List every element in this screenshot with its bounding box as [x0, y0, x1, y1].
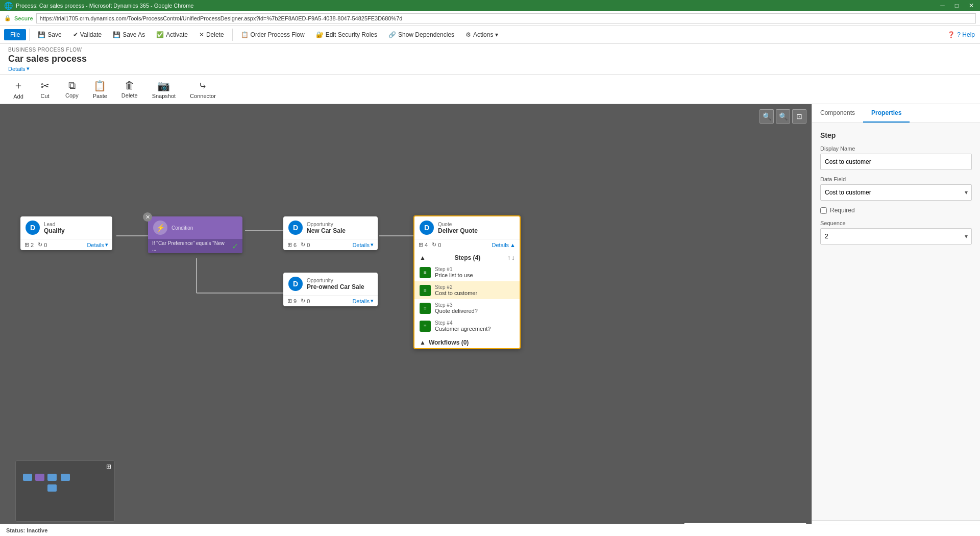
- step-2-item[interactable]: ≡ Step #2 Cost to customer: [414, 281, 520, 299]
- activate-button[interactable]: ✅ Activate: [151, 29, 193, 40]
- quote-node[interactable]: D Quote Deliver Quote ⊞ 4 ↻ 0 Details ▲: [413, 215, 521, 349]
- lead-details-button[interactable]: Details ▾: [87, 241, 108, 248]
- zoom-out-button[interactable]: 🔍: [760, 109, 774, 124]
- quote-type: Quote: [438, 222, 514, 227]
- step-1-item[interactable]: ≡ Step #1 Price list to use: [414, 263, 520, 281]
- snapshot-button[interactable]: 📷 Snapshot: [146, 78, 182, 101]
- step-3-icon: ≡: [420, 303, 431, 314]
- delete-icon: ✕: [199, 31, 204, 38]
- workflows-title: Workflows (0): [429, 339, 469, 346]
- show-dependencies-button[interactable]: 🔗 Show Dependencies: [383, 29, 459, 40]
- delete-button[interactable]: ✕ Delete: [194, 29, 229, 40]
- step-4-item[interactable]: ≡ Step #4 Customer agreement?: [414, 317, 520, 335]
- minimize-button[interactable]: ─: [938, 2, 947, 9]
- mini-quote: [61, 474, 70, 481]
- sequence-wrapper: 2 1 3 4: [820, 228, 972, 245]
- steps-up-arrow[interactable]: ↑: [507, 254, 510, 261]
- step-4-name: Customer agreement?: [435, 326, 491, 332]
- opp-new-type: Opportunity: [307, 222, 373, 227]
- mini-condition: [35, 474, 44, 481]
- delete-sec-icon: 🗑: [125, 80, 135, 91]
- right-panel: Components Properties Step Display Name …: [812, 104, 980, 536]
- cut-icon: ✂: [41, 80, 50, 92]
- add-button[interactable]: ＋ Add: [6, 77, 31, 102]
- step-3-item[interactable]: ≡ Step #3 Quote delivered?: [414, 299, 520, 317]
- save-as-button[interactable]: 💾 Save As: [108, 29, 150, 40]
- step-4-icon: ≡: [420, 321, 431, 332]
- required-label[interactable]: Required: [830, 207, 855, 214]
- details-link[interactable]: Details ▾: [8, 65, 972, 72]
- quote-steps-stat: ⊞ 4: [419, 241, 428, 248]
- fit-button[interactable]: ⊡: [792, 109, 806, 124]
- data-field-select[interactable]: Cost to customer: [820, 184, 972, 201]
- mini-map-expand-icon[interactable]: ⊞: [106, 463, 111, 470]
- secondary-toolbar: ＋ Add ✂ Cut ⧉ Copy 📋 Paste 🗑 Delete 📷 Sn…: [0, 75, 980, 104]
- close-button[interactable]: ✕: [967, 2, 976, 9]
- breadcrumb-area: BUSINESS PROCESS FLOW Car sales process …: [0, 44, 980, 75]
- edit-security-button[interactable]: 🔐 Edit Security Roles: [311, 29, 382, 40]
- cut-button[interactable]: ✂ Cut: [33, 78, 57, 101]
- address-bar: 🔒 Secure: [0, 11, 980, 26]
- details-down-icon: ▾: [105, 241, 108, 248]
- opp-pre-icon: D: [288, 277, 303, 291]
- flow-icon: ↻: [38, 241, 42, 248]
- panel-tabs: Components Properties: [812, 104, 980, 123]
- step-3-num: Step #3: [435, 302, 478, 308]
- help-button[interactable]: ❓ ? Help: [942, 29, 980, 40]
- security-icon: 🔐: [316, 31, 324, 38]
- paste-button[interactable]: 📋 Paste: [87, 78, 113, 101]
- paste-icon: 📋: [93, 80, 106, 92]
- status-bar: Status: Inactive: [0, 524, 980, 536]
- delete-sec-button[interactable]: 🗑 Delete: [115, 78, 144, 101]
- workflows-collapse-icon: ▲: [420, 339, 426, 346]
- connector-icon: ⤷: [199, 80, 207, 92]
- snapshot-icon: 📷: [157, 80, 170, 92]
- zoom-in-button[interactable]: 🔍: [776, 109, 790, 124]
- order-process-button[interactable]: 📋 Order Process Flow: [236, 29, 310, 40]
- mini-lead: [23, 474, 32, 481]
- sequence-label: Sequence: [820, 220, 972, 226]
- order-icon: 📋: [241, 31, 249, 38]
- mini-opp-pre: [47, 484, 57, 492]
- sequence-select[interactable]: 2 1 3 4: [820, 228, 972, 245]
- copy-button[interactable]: ⧉ Copy: [59, 78, 85, 101]
- connector-button[interactable]: ⤷ Connector: [184, 78, 222, 101]
- lead-steps-stat: ⊞ 2: [24, 241, 34, 248]
- file-button[interactable]: File: [4, 29, 26, 40]
- connector-lines: [0, 104, 812, 536]
- validate-button[interactable]: ✔ Validate: [68, 29, 107, 40]
- canvas-area[interactable]: 🔍 🔍 ⊡ D Lead Qualify: [0, 104, 812, 536]
- actions-button[interactable]: ⚙ Actions ▾: [460, 29, 503, 40]
- step-2-icon: ≡: [420, 285, 431, 296]
- quote-name: Deliver Quote: [438, 227, 514, 234]
- opportunity-new-node[interactable]: D Opportunity New Car Sale ⊞ 6 ↻ 0 Detai…: [283, 216, 378, 250]
- opp-pre-flows: ↻ 0: [301, 298, 310, 304]
- save-as-icon: 💾: [113, 31, 120, 38]
- required-checkbox[interactable]: [820, 207, 827, 214]
- opp-new-name: New Car Sale: [307, 227, 373, 234]
- maximize-button[interactable]: □: [953, 2, 961, 9]
- workflows-section: ▲ Workflows (0): [414, 337, 520, 348]
- save-button[interactable]: 💾 Save: [33, 29, 66, 40]
- tab-properties[interactable]: Properties: [863, 104, 910, 123]
- lead-node[interactable]: D Lead Qualify ⊞ 2 ↻ 0 Details ▾: [20, 216, 112, 250]
- actions-icon: ⚙: [465, 31, 471, 38]
- quote-details-button[interactable]: Details ▲: [492, 242, 516, 248]
- step-1-icon: ≡: [420, 267, 431, 278]
- data-field-label: Data Field: [820, 176, 972, 182]
- condition-close-button[interactable]: ✕: [143, 212, 152, 222]
- display-name-input[interactable]: [820, 154, 972, 170]
- opp-new-chevron: ▾: [371, 241, 374, 248]
- opp-new-details-button[interactable]: Details ▾: [352, 241, 374, 248]
- tab-components[interactable]: Components: [812, 104, 863, 123]
- add-icon: ＋: [13, 79, 23, 92]
- opportunity-preowned-node[interactable]: D Opportunity Pre-owned Car Sale ⊞ 9 ↻ 0…: [283, 273, 378, 306]
- step-4-num: Step #4: [435, 320, 491, 326]
- step-3-name: Quote delivered?: [435, 308, 478, 314]
- lead-flows-stat: ↻ 0: [38, 241, 47, 248]
- opp-pre-details-button[interactable]: Details ▾: [352, 298, 374, 304]
- address-input[interactable]: [36, 13, 976, 23]
- details-chevron: ▾: [27, 65, 30, 72]
- steps-down-arrow[interactable]: ↓: [511, 254, 514, 261]
- copy-icon: ⧉: [68, 80, 76, 91]
